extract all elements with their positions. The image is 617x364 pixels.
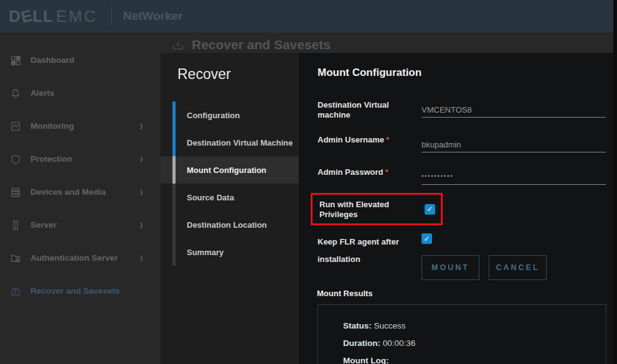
- sidebar-item-dashboard[interactable]: Dashboard: [0, 44, 156, 77]
- step-label: Destination Virtual Machine: [187, 138, 293, 147]
- step-progress-rail: [172, 101, 176, 266]
- result-duration: Duration: 00:00:36: [343, 338, 606, 348]
- step-destination-location[interactable]: Destination Location: [161, 211, 299, 238]
- recover-wizard-dialog: Recover Configuration Destination Virtua…: [161, 53, 613, 364]
- topbar-divider: [111, 7, 112, 26]
- recover-icon: [10, 286, 21, 297]
- product-name: NetWorker: [123, 9, 183, 23]
- destination-virtual-machine-input[interactable]: VMCENTOS8: [422, 99, 606, 118]
- checkbox-label: Keep FLR agent after installation: [318, 233, 422, 268]
- required-asterisk: *: [385, 167, 388, 177]
- rail-current-segment: [172, 156, 176, 184]
- mount-results-box: Status: Success Duration: 00:00:36 Mount…: [318, 304, 606, 364]
- step-label: Source Data: [187, 193, 234, 202]
- step-destination-virtual-machine[interactable]: Destination Virtual Machine: [161, 129, 299, 156]
- sidebar-item-protection[interactable]: Protection ›: [0, 142, 156, 175]
- sidebar-item-label: Recover and Savesets: [31, 286, 120, 296]
- chart-icon: [10, 121, 21, 132]
- checkmark-icon: ✓: [423, 235, 430, 243]
- step-label: Destination Location: [187, 220, 267, 230]
- page-title: Recover and Savesets: [192, 37, 331, 52]
- mount-configuration-panel: Mount Configuration Destination Virtual …: [299, 53, 614, 364]
- field-label: Admin Username*: [318, 134, 422, 152]
- result-status: Status: Success: [343, 321, 606, 330]
- sidebar-item-label: Authentication Server: [31, 253, 118, 263]
- step-label: Configuration: [187, 111, 240, 120]
- bell-icon: [10, 88, 21, 99]
- chevron-right-icon: ›: [139, 151, 143, 168]
- keep-flr-agent-checkbox[interactable]: ✓: [422, 233, 432, 244]
- networker-app-window: DELL EMC NetWorker Dashboard Alerts Moni…: [0, 0, 617, 364]
- sidebar-item-label: Server: [31, 220, 57, 230]
- step-label: Summary: [187, 248, 224, 257]
- step-mount-configuration[interactable]: Mount Configuration: [161, 156, 299, 184]
- result-mount-log: Mount Log:: [343, 356, 606, 364]
- chevron-right-icon: ›: [139, 184, 143, 201]
- field-label: Destination Virtual machine: [318, 99, 422, 120]
- scrollbar-track[interactable]: [613, 0, 617, 364]
- sidebar-item-monitoring[interactable]: Monitoring ›: [0, 110, 156, 142]
- field-admin-password: Admin Password* ••••••••••: [318, 166, 606, 185]
- field-keep-flr-agent: Keep FLR agent after installation ✓ MOUN…: [318, 233, 606, 280]
- sidebar-item-authentication-server[interactable]: Authentication Server ›: [0, 241, 156, 274]
- admin-username-input[interactable]: bkupadmin: [422, 134, 606, 152]
- sidebar: Dashboard Alerts Monitoring › Protection…: [0, 32, 156, 364]
- shield-icon: [10, 154, 21, 165]
- checkmark-icon: ✓: [426, 205, 433, 213]
- step-source-data[interactable]: Source Data: [161, 184, 299, 211]
- chevron-right-icon: ›: [139, 118, 143, 135]
- dell-emc-logo: DELL EMC: [9, 7, 98, 26]
- sidebar-item-label: Devices and Media: [31, 187, 106, 197]
- stack-icon: [10, 187, 21, 198]
- run-with-elevated-privileges-checkbox[interactable]: ✓: [425, 204, 435, 215]
- chevron-right-icon: ›: [139, 217, 143, 234]
- field-destination-virtual-machine: Destination Virtual machine VMCENTOS8: [318, 99, 606, 120]
- rail-upcoming-segment: [172, 184, 176, 266]
- wizard-title: Recover: [177, 66, 299, 83]
- sidebar-item-alerts[interactable]: Alerts: [0, 77, 156, 110]
- action-buttons: MOUNT CANCEL: [422, 255, 606, 280]
- checkbox-label: Run with Elevated Privileges: [319, 198, 425, 220]
- topbar: DELL EMC NetWorker: [0, 0, 617, 32]
- cancel-button[interactable]: CANCEL: [489, 255, 547, 280]
- server-icon: [10, 220, 21, 231]
- logo-letters: LL: [32, 7, 54, 26]
- chevron-right-icon: ›: [139, 250, 143, 267]
- page-header: Recover and Savesets: [172, 37, 331, 52]
- mount-button[interactable]: MOUNT: [422, 255, 479, 280]
- wizard-step-list: Recover Configuration Destination Virtua…: [161, 53, 299, 364]
- step-label: Mount Configuration: [187, 166, 266, 175]
- step-configuration[interactable]: Configuration: [161, 101, 299, 129]
- rail-completed-segment: [172, 101, 176, 156]
- sidebar-item-server[interactable]: Server ›: [0, 208, 156, 241]
- mount-results-title: Mount Results: [317, 289, 606, 298]
- dashboard-icon: [10, 55, 21, 66]
- sidebar-item-recover-and-savesets[interactable]: Recover and Savesets: [0, 274, 156, 307]
- sidebar-item-label: Alerts: [31, 88, 54, 98]
- sidebar-item-devices-and-media[interactable]: Devices and Media ›: [0, 175, 156, 208]
- sidebar-item-label: Dashboard: [31, 55, 75, 65]
- admin-password-input[interactable]: ••••••••••: [422, 166, 606, 185]
- red-annotation-highlight: Run with Elevated Privileges ✓: [311, 193, 443, 225]
- auth-folder-icon: [10, 253, 21, 264]
- field-admin-username: Admin Username* bkupadmin: [318, 134, 606, 152]
- logo-emc: EMC: [56, 7, 98, 26]
- required-asterisk: *: [386, 135, 389, 144]
- recover-icon: [172, 39, 184, 51]
- field-label: Admin Password*: [318, 166, 422, 185]
- step-summary[interactable]: Summary: [161, 238, 299, 266]
- panel-title: Mount Configuration: [318, 67, 606, 79]
- sidebar-item-label: Protection: [31, 154, 72, 164]
- sidebar-item-label: Monitoring: [31, 121, 74, 131]
- wizard-steps: Configuration Destination Virtual Machin…: [161, 101, 299, 266]
